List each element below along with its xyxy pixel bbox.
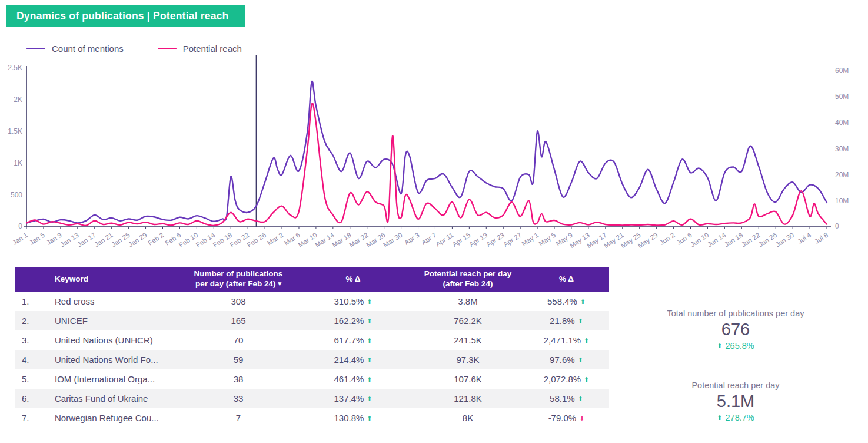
- svg-text:Jul 8: Jul 8: [813, 232, 829, 245]
- table-row[interactable]: 3. United Nations (UNHCR) 70 617.7%⬆ 241…: [15, 330, 609, 350]
- svg-text:Feb 22: Feb 22: [229, 232, 251, 249]
- svg-text:0: 0: [18, 222, 22, 230]
- row-delta1: 214.4%⬆: [294, 350, 412, 369]
- svg-text:Jul 4: Jul 4: [796, 231, 812, 245]
- row-delta1: 310.5%⬆: [294, 292, 412, 311]
- header-keyword[interactable]: Keyword: [44, 267, 182, 292]
- svg-text:Apr 15: Apr 15: [451, 232, 471, 249]
- row-keyword: United Nations (UNHCR): [44, 330, 182, 350]
- row-delta1: 617.7%⬆: [294, 330, 412, 350]
- svg-text:30M: 30M: [835, 145, 849, 153]
- row-rank: 3.: [15, 330, 44, 350]
- table-row[interactable]: 4. United Nations World Fo... 59 214.4%⬆…: [15, 350, 609, 369]
- trend-arrow-icon: ⬆: [578, 318, 583, 325]
- row-delta2: 21.8%⬆: [524, 311, 609, 330]
- trend-arrow-icon: ⬆: [578, 395, 583, 402]
- table-header-row: Keyword Number of publications per day (…: [15, 267, 609, 292]
- table-row[interactable]: 7. Norwegian Refugee Cou... 7 130.8%⬆ 8K…: [15, 408, 609, 428]
- trend-arrow-icon: ⬆: [367, 415, 372, 422]
- row-reach: 97.3K: [412, 350, 524, 369]
- summary-label: Total number of publications per day: [612, 309, 859, 318]
- svg-text:Mar 30: Mar 30: [382, 232, 404, 249]
- svg-text:Feb 26: Feb 26: [246, 232, 268, 249]
- legend-item-count-of-mentions[interactable]: Count of mentions: [26, 44, 124, 54]
- summary-total-publications: Total number of publications per day 676…: [612, 309, 859, 351]
- svg-text:Jan 1: Jan 1: [11, 232, 29, 246]
- svg-text:20M: 20M: [835, 171, 849, 179]
- summary-delta: ⬆278.7%: [612, 413, 859, 422]
- line-swatch-icon: [26, 48, 45, 49]
- svg-text:Feb 10: Feb 10: [178, 232, 199, 249]
- table-row[interactable]: 2. UNICEF 165 162.2%⬆ 762.2K 21.8%⬆: [15, 311, 609, 330]
- svg-text:2K: 2K: [14, 95, 22, 104]
- table-row[interactable]: 1. Red cross 308 310.5%⬆ 3.8M 558.4%⬆: [15, 292, 609, 311]
- svg-text:1K: 1K: [14, 159, 22, 167]
- trend-arrow-icon: ⬆: [578, 356, 583, 363]
- svg-text:60M: 60M: [835, 67, 849, 75]
- row-rank: 7.: [15, 408, 44, 428]
- svg-text:10M: 10M: [835, 197, 849, 205]
- svg-text:Apr 19: Apr 19: [468, 232, 488, 249]
- svg-text:Jan 13: Jan 13: [59, 232, 79, 249]
- page-title: Dynamics of publications | Potential rea…: [6, 5, 245, 27]
- header-delta1[interactable]: % Δ: [294, 267, 412, 292]
- row-delta1: 130.8%⬆: [294, 408, 412, 428]
- row-delta2: 558.4%⬆: [524, 292, 609, 311]
- table-row[interactable]: 5. IOM (International Orga... 38 461.4%⬆…: [15, 369, 609, 389]
- keyword-table: Keyword Number of publications per day (…: [15, 267, 609, 428]
- svg-text:0: 0: [835, 222, 839, 230]
- trend-arrow-icon: ⬆: [367, 376, 372, 383]
- legend-item-potential-reach[interactable]: Potential reach: [158, 44, 242, 54]
- table-row[interactable]: 6. Caritas Fund of Ukraine 33 137.4%⬆ 12…: [15, 389, 609, 408]
- trend-arrow-icon: ⬆: [367, 395, 372, 402]
- row-reach: 121.8K: [412, 389, 524, 408]
- row-delta1: 162.2%⬆: [294, 311, 412, 330]
- row-pubs: 70: [182, 330, 294, 350]
- header-delta2[interactable]: % Δ: [524, 267, 609, 292]
- legend-label: Potential reach: [183, 44, 242, 54]
- row-keyword: United Nations World Fo...: [44, 350, 182, 369]
- svg-text:Jun 26: Jun 26: [757, 232, 778, 249]
- row-pubs: 33: [182, 389, 294, 408]
- svg-text:500: 500: [11, 191, 22, 199]
- svg-text:May 5: May 5: [537, 232, 557, 247]
- row-keyword: Caritas Fund of Ukraine: [44, 389, 182, 408]
- header-rank: [15, 267, 44, 292]
- header-publications[interactable]: Number of publications per day (after Fe…: [182, 267, 294, 292]
- svg-text:Jun 18: Jun 18: [723, 232, 744, 249]
- svg-text:2.5K: 2.5K: [8, 64, 22, 72]
- svg-text:Apr 3: Apr 3: [403, 232, 421, 246]
- row-delta2: 97.6%⬆: [524, 350, 609, 369]
- svg-text:Mar 22: Mar 22: [348, 232, 370, 249]
- row-pubs: 59: [182, 350, 294, 369]
- svg-text:Mar 10: Mar 10: [297, 232, 318, 249]
- dynamics-line-chart[interactable]: 2.5K2K1.5K1K500060M50M40M30M20M10M0Jan 1…: [0, 0, 868, 266]
- sort-caret-icon[interactable]: ▾: [278, 280, 282, 287]
- svg-text:Apr 27: Apr 27: [502, 232, 523, 249]
- svg-text:Feb 18: Feb 18: [212, 232, 234, 249]
- trend-arrow-icon: ⬆: [367, 318, 372, 325]
- row-rank: 2.: [15, 311, 44, 330]
- header-reach[interactable]: Potential reach per day (after Feb 24): [412, 267, 524, 292]
- row-delta1: 461.4%⬆: [294, 369, 412, 389]
- row-rank: 5.: [15, 369, 44, 389]
- svg-text:Jun 2: Jun 2: [659, 232, 676, 246]
- trend-arrow-icon: ⬆: [717, 342, 722, 349]
- svg-text:May 29: May 29: [637, 232, 659, 250]
- row-keyword: Red cross: [44, 292, 182, 311]
- svg-text:Jun 14: Jun 14: [706, 231, 727, 248]
- trend-arrow-icon: ⬆: [584, 376, 589, 383]
- svg-text:Jun 10: Jun 10: [689, 232, 710, 249]
- trend-arrow-icon: ⬆: [367, 298, 372, 305]
- row-delta2: 2,072.8%⬆: [524, 369, 609, 389]
- row-pubs: 38: [182, 369, 294, 389]
- row-reach: 241.5K: [412, 330, 524, 350]
- row-keyword: Norwegian Refugee Cou...: [44, 408, 182, 428]
- row-keyword: UNICEF: [44, 311, 182, 330]
- svg-text:Apr 11: Apr 11: [434, 232, 454, 248]
- row-delta2: 2,471.1%⬆: [524, 330, 609, 350]
- trend-arrow-icon: ⬆: [367, 337, 372, 344]
- row-delta2: 58.1%⬆: [524, 389, 609, 408]
- summary-value: 5.1M: [612, 392, 859, 411]
- row-pubs: 308: [182, 292, 294, 311]
